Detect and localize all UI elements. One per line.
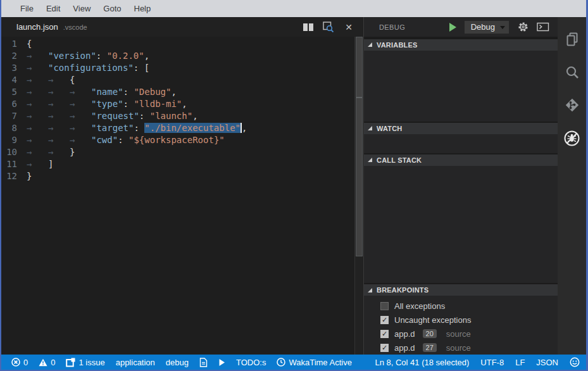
tab-marker: → <box>48 98 70 110</box>
statusbar-item-wakatime-active[interactable]: WakaTime Active <box>277 358 351 367</box>
collapse-twisty-icon <box>368 158 372 162</box>
section-header-call-stack[interactable]: CALL STACK <box>364 154 558 166</box>
statusbar-item-0[interactable]: 0 <box>39 358 55 367</box>
editor-group: launch.json .vscode ✕ 1{2→"version": "0.… <box>1 17 363 355</box>
collapse-twisty-icon <box>368 288 372 292</box>
debug-sections: VARIABLESWATCHCALL STACKBREAKPOINTSAll e… <box>364 37 558 355</box>
statusbar-item-lf[interactable]: LF <box>515 358 525 367</box>
code-line-content: →→→"cwd": "${workspaceRoot}" <box>27 134 225 146</box>
punctuation: : <box>123 87 134 97</box>
statusbar-item-1-issue[interactable]: 1 issue <box>66 358 104 367</box>
punctuation: } <box>70 147 75 157</box>
debug-console-icon[interactable] <box>537 22 549 33</box>
open-preview-icon[interactable] <box>323 22 334 33</box>
tab-marker: → <box>70 122 91 134</box>
line-number[interactable]: 3 <box>1 62 27 74</box>
line-number[interactable]: 5 <box>1 86 27 98</box>
statusbar-item-debug[interactable]: debug <box>166 358 189 367</box>
statusbar-item[interactable] <box>570 357 580 367</box>
activitybar-item-search[interactable] <box>558 57 586 90</box>
menu-item-view[interactable]: View <box>66 4 97 13</box>
statusbar-item-json[interactable]: JSON <box>536 358 558 367</box>
section-content-breakpoints: All exceptions✓Uncaught exceptions✓app.d… <box>364 296 558 355</box>
menu-item-goto[interactable]: Goto <box>97 4 127 13</box>
line-number[interactable]: 8 <box>1 122 27 134</box>
code-line: 12} <box>1 170 363 182</box>
statusbar-item-ln-8-col-41-18-selected[interactable]: Ln 8, Col 41 (18 selected) <box>375 358 469 367</box>
punctuation: ] <box>48 159 53 169</box>
menu-item-help[interactable]: Help <box>128 4 158 13</box>
punctuation: , <box>144 51 149 61</box>
line-number[interactable]: 11 <box>1 158 27 170</box>
section-header-watch[interactable]: WATCH <box>364 123 558 134</box>
line-number[interactable]: 9 <box>1 134 27 146</box>
json-key: "name" <box>91 87 123 97</box>
line-number[interactable]: 12 <box>1 170 27 182</box>
scrollbar-slider[interactable] <box>356 37 363 256</box>
statusbar-item-0[interactable]: 0 <box>11 358 28 367</box>
debug-config-dropdown[interactable]: Debug <box>465 21 509 34</box>
section-content-variables <box>364 51 558 122</box>
breakpoint-item[interactable]: ✓Uncaught exceptions <box>364 313 558 327</box>
warning-icon <box>39 358 47 367</box>
smiley-icon <box>570 357 580 367</box>
activitybar-item-source-control[interactable] <box>558 90 586 123</box>
statusbar-item-application[interactable]: application <box>116 358 155 367</box>
line-number[interactable]: 7 <box>1 110 27 122</box>
statusbar-item-todo-s[interactable]: TODO:s <box>236 358 266 367</box>
line-number[interactable]: 2 <box>1 50 27 62</box>
editor-title: launch.json <box>16 22 58 32</box>
source-control-icon <box>564 97 580 116</box>
line-number[interactable]: 4 <box>1 74 27 86</box>
debug-sidebar: DEBUG Debug VARIABLESWATCHCALL STACKBREA… <box>363 17 558 355</box>
statusbar-left: 001 issueapplicationdebugTODO:sWakaTime … <box>11 358 352 367</box>
explorer-icon <box>564 31 580 50</box>
code-line-content: →→→"name": "Debug", <box>27 86 177 98</box>
section-header-variables[interactable]: VARIABLES <box>364 39 558 51</box>
statusbar-item[interactable] <box>199 358 208 367</box>
code-line: 2→"version": "0.2.0", <box>1 50 363 62</box>
close-icon[interactable]: ✕ <box>343 22 354 33</box>
breakpoint-checkbox[interactable]: ✓ <box>380 344 389 352</box>
code-line-content: →→} <box>27 146 75 158</box>
punctuation: : <box>96 51 107 61</box>
tab-marker: → <box>48 74 70 86</box>
breakpoint-checkbox[interactable] <box>380 302 389 310</box>
code-line: 7→→→"request": "launch", <box>1 110 363 122</box>
tab-marker: → <box>70 86 91 98</box>
statusbar-item-utf-8[interactable]: UTF-8 <box>480 358 504 367</box>
activitybar-item-explorer[interactable] <box>558 24 586 57</box>
code-editor[interactable]: 1{2→"version": "0.2.0",3→"configurations… <box>1 37 363 355</box>
statusbar-item[interactable] <box>218 358 225 367</box>
menu-item-file[interactable]: File <box>14 4 40 13</box>
section-header-breakpoints[interactable]: BREAKPOINTS <box>364 284 558 296</box>
breakpoint-note: source <box>446 343 471 353</box>
code-line: 5→→→"name": "Debug", <box>1 86 363 98</box>
statusbar-item-label: Ln 8, Col 41 (18 selected) <box>375 358 469 367</box>
breakpoint-item[interactable]: ✓app.d27source <box>364 341 558 355</box>
punctuation: , <box>242 123 247 133</box>
json-string: "launch" <box>150 111 192 121</box>
tab-marker: → <box>27 50 48 62</box>
gear-icon[interactable] <box>517 22 529 33</box>
start-debugging-button[interactable] <box>449 23 456 32</box>
section-content-watch <box>364 134 558 153</box>
punctuation: : <box>123 99 134 109</box>
breakpoint-item[interactable]: ✓app.d20source <box>364 327 558 341</box>
json-key: "version" <box>48 51 96 61</box>
tab-marker: → <box>70 98 91 110</box>
punctuation: , <box>182 99 187 109</box>
breakpoint-checkbox[interactable]: ✓ <box>380 330 389 338</box>
line-number[interactable]: 1 <box>1 38 27 50</box>
tab-marker: → <box>27 134 48 146</box>
breakpoint-item[interactable]: All exceptions <box>364 299 558 313</box>
breakpoint-checkbox[interactable]: ✓ <box>380 316 389 324</box>
statusbar-item-label: 0 <box>23 358 28 367</box>
line-number[interactable]: 10 <box>1 146 27 158</box>
menu-item-edit[interactable]: Edit <box>40 4 66 13</box>
line-number[interactable]: 6 <box>1 98 27 110</box>
code-line-content: →"configurations": [ <box>27 62 149 74</box>
split-editor-icon[interactable] <box>303 22 314 33</box>
json-key: "cwd" <box>91 135 118 145</box>
activitybar-item-debug[interactable] <box>558 123 586 156</box>
